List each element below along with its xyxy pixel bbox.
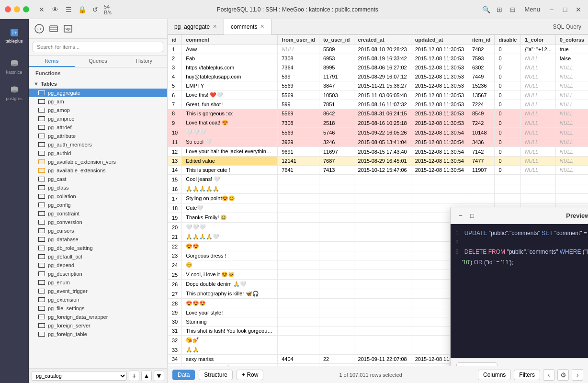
cell-disable[interactable]: 0	[495, 45, 521, 54]
cell-id[interactable]: 25	[168, 270, 182, 280]
tab-comments[interactable]: comments ✕	[224, 19, 271, 34]
cell-from_user_id[interactable]: 5569	[278, 90, 319, 100]
cell-to_user_id[interactable]: 22	[319, 355, 354, 364]
cell-from_user_id[interactable]	[278, 242, 319, 251]
cell-created_at[interactable]: 2015-08-16 10:25:18	[354, 118, 411, 128]
close-app-icon[interactable]: ✕	[574, 5, 583, 14]
cell-created_at[interactable]	[354, 260, 411, 270]
cell-id[interactable]: 5	[168, 81, 182, 90]
cell-to_user_id[interactable]: 3847	[319, 81, 354, 90]
cell-to_user_id[interactable]: 6953	[319, 54, 354, 63]
cell-updated_at[interactable]: 2015-12-08 11:30:54	[411, 157, 468, 166]
sidebar-item-db2[interactable]: postgres	[0, 81, 28, 105]
cell-comment[interactable]: Cool jeans! 🤍	[182, 175, 278, 184]
cell-to_user_id[interactable]	[319, 232, 354, 242]
cell-id[interactable]: 32	[168, 336, 182, 345]
cell-id[interactable]: 17	[168, 194, 182, 203]
table-item-pg_event_trigger[interactable]: pg_event_trigger	[29, 287, 167, 295]
cell-to_user_id[interactable]: 2995	[319, 364, 354, 366]
cell-comment[interactable]: sexy mariss	[182, 355, 278, 364]
cell-disable[interactable]	[495, 194, 521, 203]
cell-1_color[interactable]	[521, 175, 555, 184]
cell-id[interactable]: 22	[168, 242, 182, 251]
cell-id[interactable]: 24	[168, 260, 182, 270]
cell-disable[interactable]: 0	[495, 81, 521, 90]
menu-button[interactable]: Menu	[521, 5, 543, 14]
table-item-pg_config[interactable]: pg_config	[29, 201, 167, 209]
cell-comment[interactable]: Fab	[182, 54, 278, 63]
cell-id[interactable]: 13	[168, 157, 182, 166]
cell-to_user_id[interactable]	[319, 289, 354, 299]
table-item-pg_amproc[interactable]: pg_amproc	[29, 114, 167, 123]
cell-to_user_id[interactable]	[319, 194, 354, 203]
cell-from_user_id[interactable]: 5569	[278, 128, 319, 137]
cell-comment[interactable]: Love that coat! 😍	[182, 118, 278, 128]
cell-from_user_id[interactable]: 5569	[278, 81, 319, 90]
cell-id[interactable]: 14	[168, 166, 182, 175]
cell-id[interactable]: 30	[168, 317, 182, 327]
cell-disable[interactable]: 0	[495, 54, 521, 63]
cell-created_at[interactable]: 2015-08-29 16:45:01	[354, 157, 411, 166]
cell-created_at[interactable]: 2015-10-12 15:47:06	[354, 166, 411, 175]
cell-comment[interactable]: Love your hair the jacket everything!!!😍	[182, 147, 278, 157]
col-header-updated[interactable]: updated_at	[411, 35, 468, 45]
cell-to_user_id[interactable]	[319, 184, 354, 194]
table-item-pg_cursors[interactable]: pg_cursors	[29, 226, 167, 235]
col-header-item[interactable]: item_id	[468, 35, 495, 45]
cell-from_user_id[interactable]	[278, 270, 319, 280]
cell-1_color[interactable]: NULL	[521, 166, 555, 175]
cell-comment[interactable]: https://tableplus.com	[182, 63, 278, 72]
cell-comment[interactable]: 🙏🙏🙏🙏🙏	[182, 184, 278, 194]
cell-1_color[interactable]: NULL	[521, 63, 555, 72]
cell-disable[interactable]: 0	[495, 90, 521, 100]
cell-1_color[interactable]: NULL	[521, 118, 555, 128]
cell-disable[interactable]: 0	[495, 137, 521, 147]
cell-to_user_id[interactable]	[319, 260, 354, 270]
overlay-expand-btn[interactable]: □	[468, 211, 476, 220]
cell-0_colorss[interactable]: NULL	[555, 90, 588, 100]
cell-id[interactable]: 9	[168, 118, 182, 128]
cell-to_user_id[interactable]	[319, 299, 354, 308]
cell-created_at[interactable]	[354, 336, 411, 345]
table-row[interactable]: 10🤍🤍🤍556957462015-09-22 16:05:262015-12-…	[168, 128, 588, 137]
tab-history[interactable]: History	[121, 56, 167, 67]
cell-1_color[interactable]: {"a": "+12...	[521, 45, 555, 54]
cell-0_colorss[interactable]: NULL	[555, 166, 588, 175]
table-item-pg_description[interactable]: pg_description	[29, 270, 167, 278]
cell-disable[interactable]: 0	[495, 109, 521, 118]
table-item-pg_available_extensions[interactable]: pg_available_extensions	[29, 166, 167, 175]
cell-to_user_id[interactable]	[319, 203, 354, 213]
cell-disable[interactable]: 0	[495, 100, 521, 109]
cell-updated_at[interactable]: 2015-12-08 11:30:54	[411, 166, 468, 175]
table-row[interactable]: 14This is super cute !764174132015-10-12…	[168, 166, 588, 175]
cell-updated_at[interactable]: 2015-12-08 11:30:53	[411, 118, 468, 128]
cell-from_user_id[interactable]	[278, 260, 319, 270]
cell-from_user_id[interactable]	[278, 289, 319, 299]
cell-to_user_id[interactable]	[319, 308, 354, 317]
cell-created_at[interactable]: 2015-08-16 11:07:32	[354, 100, 411, 109]
cell-1_color[interactable]: NULL	[521, 157, 555, 166]
cell-1_color[interactable]: NULL	[521, 147, 555, 157]
cell-0_colorss[interactable]: false	[555, 54, 588, 63]
cell-1_color[interactable]: NULL	[521, 54, 555, 63]
cell-from_user_id[interactable]: 7308	[278, 118, 319, 128]
add-row-button[interactable]: + Row	[237, 370, 263, 380]
cell-to_user_id[interactable]	[319, 242, 354, 251]
settings-icon[interactable]: ⚙	[557, 369, 569, 381]
cell-created_at[interactable]	[354, 270, 411, 280]
cell-0_colorss[interactable]: NULL	[555, 63, 588, 72]
cell-0_colorss[interactable]: true	[555, 45, 588, 54]
cell-id[interactable]: 34	[168, 355, 182, 364]
cell-from_user_id[interactable]: 9691	[278, 147, 319, 157]
table-item-pg_database[interactable]: pg_database	[29, 235, 167, 244]
cell-comment[interactable]: Edited value	[182, 157, 278, 166]
grid-icon[interactable]: ⊟	[508, 5, 518, 14]
cell-created_at[interactable]: 2015-09-22 16:05:26	[354, 128, 411, 137]
cell-updated_at[interactable]: 2015-12-08 11:30:53	[411, 109, 468, 118]
cell-id[interactable]: 35	[168, 364, 182, 366]
sidebar-item-db1[interactable]: katonice	[0, 55, 28, 79]
cell-created_at[interactable]	[354, 203, 411, 213]
cell-id[interactable]: 3	[168, 63, 182, 72]
cell-item_id[interactable]: 7482	[468, 45, 495, 54]
table-row[interactable]: 5EMPTY556938472015-11-21 15:36:272015-12…	[168, 81, 588, 90]
